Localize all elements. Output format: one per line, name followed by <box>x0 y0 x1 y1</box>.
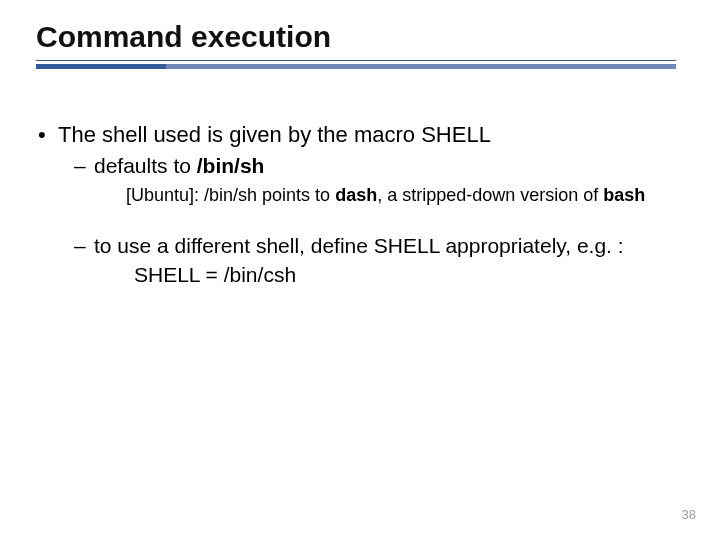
text: [Ubuntu]: /bin/sh points to <box>126 185 335 205</box>
rule-thick <box>36 64 676 69</box>
text-bold-bash: bash <box>603 185 645 205</box>
text: to use a different shell, define SHELL a… <box>94 234 624 257</box>
slide-title: Command execution <box>36 20 684 54</box>
spacer <box>36 221 684 231</box>
bullet-level2-defaults: defaults to /bin/sh <box>36 153 684 180</box>
text-bold: /bin/sh <box>197 154 265 177</box>
slide: Command execution The shell used is give… <box>0 0 720 540</box>
note-ubuntu: [Ubuntu]: /bin/sh points to dash, a stri… <box>36 184 684 207</box>
slide-body: The shell used is given by the macro SHE… <box>36 121 684 289</box>
text: , a stripped-down version of <box>377 185 603 205</box>
bullet-text: The shell used is given by the macro SHE… <box>58 122 491 147</box>
text: defaults to <box>94 154 197 177</box>
bullet-level2-different-shell: to use a different shell, define SHELL a… <box>36 233 684 260</box>
bullet-level1: The shell used is given by the macro SHE… <box>36 121 684 149</box>
shell-assignment: SHELL = /bin/csh <box>36 262 684 289</box>
page-number: 38 <box>682 507 696 522</box>
rule-thin <box>36 60 676 61</box>
rule-accent <box>36 64 166 69</box>
text-bold-dash: dash <box>335 185 377 205</box>
title-rule <box>36 60 684 69</box>
text: SHELL = /bin/csh <box>134 263 296 286</box>
